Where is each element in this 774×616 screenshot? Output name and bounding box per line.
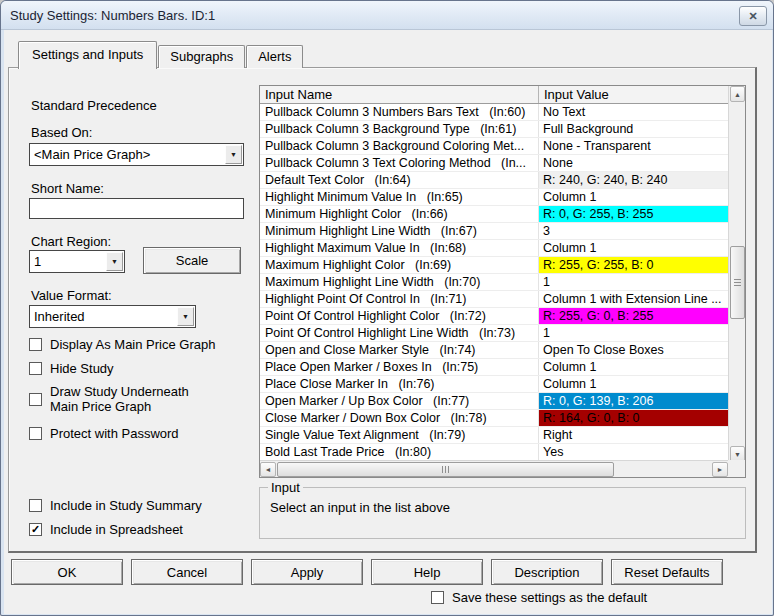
input-value-cell: Column 1 [539, 240, 728, 256]
input-value-cell: Column 1 with Extension Line ... [539, 291, 728, 307]
inputs-table-header: Input Name Input Value [260, 86, 728, 104]
table-row[interactable]: Pullback Column 3 Background Coloring Me… [260, 138, 728, 155]
input-name-cell: Maximum Highlight Color (In:69) [260, 257, 539, 273]
input-name-cell: Open and Close Marker Style (In:74) [260, 342, 539, 358]
input-name-cell: Place Close Marker In (In:76) [260, 376, 539, 392]
help-button[interactable]: Help [371, 559, 483, 585]
cancel-button[interactable]: Cancel [131, 559, 243, 585]
value-format-label: Value Format: [31, 288, 112, 303]
input-value-cell: Column 1 [539, 376, 728, 392]
window-title: Study Settings: Numbers Bars. ID:1 [10, 8, 215, 23]
table-row[interactable]: Point Of Control Highlight Color (In:72)… [260, 308, 728, 325]
description-button[interactable]: Description [491, 559, 603, 585]
input-value-cell: R: 255, G: 255, B: 0 [539, 257, 728, 273]
tab-subgraphs[interactable]: Subgraphs [158, 45, 245, 68]
ok-button[interactable]: OK [11, 559, 123, 585]
scroll-up-icon[interactable]: ▲ [730, 86, 745, 102]
input-name-cell: Highlight Point Of Control In (In:71) [260, 291, 539, 307]
table-row[interactable]: Pullback Column 3 Numbers Bars Text (In:… [260, 104, 728, 121]
checkbox-draw-study-underneath-main-price-graph[interactable]: Draw Study Underneath Main Price Graph [29, 384, 189, 414]
apply-button[interactable]: Apply [251, 559, 363, 585]
table-row[interactable]: Place Close Marker In (In:76)Column 1 [260, 376, 728, 393]
vertical-scrollbar[interactable]: ▲ ▼ [728, 86, 745, 462]
reset-defaults-button[interactable]: Reset Defaults [611, 559, 723, 585]
table-row[interactable]: Maximum Highlight Line Width (In:70)1 [260, 274, 728, 291]
table-row[interactable]: Minimum Highlight Color (In:66)R: 0, G: … [260, 206, 728, 223]
table-row[interactable]: Highlight Maximum Value In (In:68)Column… [260, 240, 728, 257]
input-name-cell: Pullback Column 3 Background Coloring Me… [260, 138, 539, 154]
checkbox-save-these-settings-as-the-default[interactable]: Save these settings as the default [431, 590, 647, 605]
checkbox-display-as-main-price-graph[interactable]: Display As Main Price Graph [29, 337, 215, 352]
table-row[interactable]: Close Marker / Down Box Color (In:78)R: … [260, 410, 728, 427]
table-row[interactable]: Pullback Column 3 Text Coloring Method (… [260, 155, 728, 172]
checkbox-box[interactable] [29, 427, 42, 440]
chart-region-label: Chart Region: [31, 234, 111, 249]
value-format-select[interactable]: Inherited ▼ [29, 305, 196, 328]
close-button[interactable]: ✕ [739, 6, 767, 26]
vertical-scrollbar-thumb[interactable] [730, 246, 745, 319]
input-name-cell: Point Of Control Highlight Color (In:72) [260, 308, 539, 324]
title-bar[interactable]: Study Settings: Numbers Bars. ID:1 ✕ [1, 1, 773, 30]
input-groupbox: Input Select an input in the list above [259, 487, 746, 539]
input-name-cell: Bold Last Trade Price (In:80) [260, 444, 539, 460]
column-header-input-name[interactable]: Input Name [260, 86, 539, 103]
scrollbar-corner [728, 460, 745, 477]
checkbox-box[interactable] [29, 362, 42, 375]
input-name-cell: Open Marker / Up Box Color (In:77) [260, 393, 539, 409]
tab-alerts[interactable]: Alerts [246, 45, 303, 68]
input-name-cell: Highlight Maximum Value In (In:68) [260, 240, 539, 256]
table-row[interactable]: Highlight Point Of Control In (In:71)Col… [260, 291, 728, 308]
input-value-cell: Full Background [539, 121, 728, 137]
input-name-cell: Default Text Color (In:64) [260, 172, 539, 188]
checkbox-label: Include in Spreadsheet [50, 522, 183, 537]
table-row[interactable]: Maximum Highlight Color (In:69)R: 255, G… [260, 257, 728, 274]
table-row[interactable]: Single Value Text Alignment (In:79)Right [260, 427, 728, 444]
input-value-cell: Open To Close Boxes [539, 342, 728, 358]
input-value-cell: R: 255, G: 0, B: 255 [539, 308, 728, 324]
based-on-label: Based On: [31, 125, 92, 140]
input-name-cell: Pullback Column 3 Numbers Bars Text (In:… [260, 104, 539, 120]
horizontal-scrollbar-thumb[interactable] [277, 462, 614, 477]
column-header-input-value[interactable]: Input Value [539, 86, 728, 103]
scale-button[interactable]: Scale [143, 247, 241, 274]
chevron-down-icon[interactable]: ▼ [225, 145, 242, 164]
input-value-cell: R: 0, G: 139, B: 206 [539, 393, 728, 409]
chart-region-select[interactable]: 1 ▼ [29, 250, 125, 273]
tab-settings-and-inputs[interactable]: Settings and Inputs [18, 41, 157, 69]
table-row[interactable]: Default Text Color (In:64)R: 240, G: 240… [260, 172, 728, 189]
table-row[interactable]: Highlight Minimum Value In (In:65)Column… [260, 189, 728, 206]
input-name-cell: Pullback Column 3 Text Coloring Method (… [260, 155, 539, 171]
table-row[interactable]: Bold Last Trade Price (In:80)Yes [260, 444, 728, 461]
input-value-cell: 1 [539, 274, 728, 290]
table-row[interactable]: Place Open Marker / Boxes In (In:75)Colu… [260, 359, 728, 376]
short-name-input[interactable] [29, 198, 244, 219]
checkbox-label: Hide Study [50, 361, 114, 376]
checkbox-box[interactable] [29, 393, 42, 406]
table-row[interactable]: Point Of Control Highlight Line Width (I… [260, 325, 728, 342]
scroll-left-icon[interactable]: ◄ [260, 462, 276, 477]
checkbox-protect-with-password[interactable]: Protect with Password [29, 426, 179, 441]
checkbox-label: Draw Study Underneath Main Price Graph [50, 384, 189, 414]
chevron-down-icon[interactable]: ▼ [106, 252, 123, 271]
horizontal-scrollbar[interactable]: ◄ ► [260, 460, 728, 477]
checkbox-box[interactable] [29, 499, 42, 512]
checkbox-include-in-study-summary[interactable]: Include in Study Summary [29, 498, 202, 513]
checkmark-icon[interactable]: ✓ [29, 523, 42, 536]
checkbox-include-in-spreadsheet[interactable]: ✓Include in Spreadsheet [29, 522, 183, 537]
scroll-right-icon[interactable]: ► [712, 462, 728, 477]
checkbox-box[interactable] [29, 338, 42, 351]
inputs-table: Input Name Input Value Pullback Column 3… [259, 85, 746, 478]
checkbox-box[interactable] [431, 591, 444, 604]
chevron-down-icon[interactable]: ▼ [177, 307, 194, 326]
table-row[interactable]: Minimum Highlight Line Width (In:67)3 [260, 223, 728, 240]
input-value-cell: Column 1 [539, 189, 728, 205]
table-row[interactable]: Pullback Column 3 Background Type (In:61… [260, 121, 728, 138]
based-on-select[interactable]: <Main Price Graph> ▼ [29, 143, 244, 166]
checkbox-hide-study[interactable]: Hide Study [29, 361, 114, 376]
checkbox-label: Protect with Password [50, 426, 179, 441]
table-row[interactable]: Open Marker / Up Box Color (In:77)R: 0, … [260, 393, 728, 410]
table-row[interactable]: Open and Close Marker Style (In:74)Open … [260, 342, 728, 359]
input-name-cell: Pullback Column 3 Background Type (In:61… [260, 121, 539, 137]
input-value-cell: No Text [539, 104, 728, 120]
input-value-cell: None [539, 155, 728, 171]
